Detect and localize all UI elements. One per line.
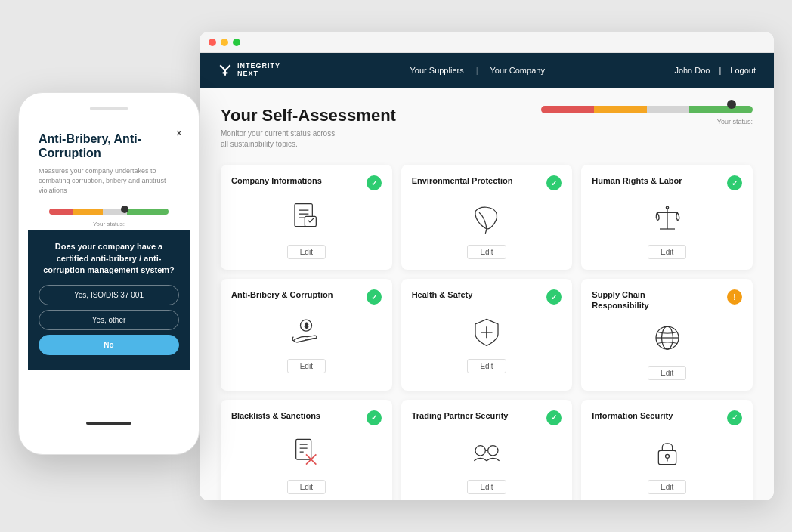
page-header-left: Your Self-Assessment Monitor your curren… [221,106,396,150]
card-header: Environmental Protection ✓ [412,175,562,190]
modal-status-label: Your status: [28,221,190,227]
nav-user: John Doo | Logout [674,66,756,75]
card-environmental: Environmental Protection ✓ Edit [401,165,573,270]
cards-grid: Company Informations ✓ [221,165,753,500]
card-footer: Edit [592,244,742,259]
phone-home-indicator[interactable] [86,422,131,425]
minimize-dot[interactable] [221,39,228,46]
check-icon: ✓ [371,293,377,302]
card-icon-document [231,196,382,238]
modal-title: Anti-Bribery, Anti-Corruption [39,131,179,160]
modal-option-1[interactable]: Yes, ISO/DIS 37 001 [39,285,179,305]
card-title: Health & Safety [412,289,473,300]
check-icon: ✓ [732,413,738,422]
card-trading-partner: Trading Partner Security ✓ [401,400,573,500]
card-header: Trading Partner Security ✓ [412,410,562,425]
check-icon: ✓ [371,179,377,187]
card-icon-trading [412,431,562,473]
svg-rect-21 [658,450,676,464]
phone-speaker [90,107,128,110]
edit-button[interactable]: Edit [287,480,326,494]
modal-status-bar [49,209,169,215]
edit-button[interactable]: Edit [467,245,506,259]
edit-button[interactable]: Edit [287,359,326,373]
phone-modal: × Anti-Bribery, Anti-Corruption Measures… [28,119,190,416]
card-header: Anti-Bribery & Corruption ✓ [231,289,382,305]
card-badge-green: ✓ [546,410,562,425]
edit-button[interactable]: Edit [648,366,686,380]
card-icon-scales [592,196,742,238]
app-content: Your Self-Assessment Monitor your curren… [200,88,774,500]
page-title: Your Self-Assessment [221,106,396,125]
close-dot[interactable] [209,39,216,46]
check-icon: ✓ [732,179,738,187]
card-badge-green: ✓ [727,175,742,190]
card-footer: Edit [231,244,382,259]
nav-links: Your Suppliers | Your Company [410,66,545,75]
browser-titlebar [200,32,774,53]
modal-status-dot [121,206,128,213]
edit-button[interactable]: Edit [648,480,686,494]
app-navbar: INTEGRITY NEXT Your Suppliers | Your Com… [200,53,774,88]
card-title: Environmental Protection [412,175,513,186]
nav-divider1: | [476,66,478,75]
card-icon-hand-coin: $ [231,311,382,352]
browser-window: INTEGRITY NEXT Your Suppliers | Your Com… [200,32,774,500]
svg-point-20 [488,446,498,456]
card-badge-green: ✓ [367,410,382,425]
status-marker [727,100,736,109]
logo-icon [218,63,233,78]
modal-question: Does your company have a certified anti-… [39,241,179,276]
edit-button[interactable]: Edit [467,480,506,494]
card-title: Human Rights & Labor [592,175,682,186]
nav-logo: INTEGRITY NEXT [218,63,280,78]
svg-point-19 [475,446,485,456]
your-suppliers-link[interactable]: Your Suppliers [410,66,464,75]
card-header: Health & Safety ✓ [412,289,562,305]
modal-option-3[interactable]: No [39,335,179,355]
card-footer: Edit [592,365,742,380]
phone-wrapper: × Anti-Bribery, Anti-Corruption Measures… [18,92,200,455]
card-footer: Edit [231,358,382,373]
modal-dark-section: Does your company have a certified anti-… [28,230,190,370]
card-human-rights: Human Rights & Labor ✓ [581,165,753,270]
card-header: Human Rights & Labor ✓ [592,175,742,190]
modal-header: Anti-Bribery, Anti-Corruption Measures y… [28,119,190,203]
card-info-security: Information Security ✓ [581,400,753,500]
your-company-link[interactable]: Your Company [490,66,545,75]
edit-button[interactable]: Edit [467,359,506,373]
card-icon-shield-cross [412,311,562,352]
warning-icon: ! [733,293,735,302]
card-title: Supply Chain Responsibility [592,289,698,311]
card-badge-green: ✓ [727,410,742,425]
card-company-info: Company Informations ✓ [221,165,392,270]
page-subtitle: Monitor your current status across all s… [221,128,342,150]
card-icon-globe [592,317,742,359]
edit-button[interactable]: Edit [287,245,326,259]
card-footer: Edit [412,479,562,494]
check-icon: ✓ [551,413,557,422]
modal-option-2[interactable]: Yes, other [39,310,179,330]
logo-text: INTEGRITY NEXT [237,63,280,78]
check-icon: ✓ [551,179,557,187]
card-title: Company Informations [231,175,322,186]
card-title: Blacklists & Sanctions [231,410,320,421]
check-icon: ✓ [551,293,557,302]
card-title: Trading Partner Security [412,410,509,421]
logout-link[interactable]: Logout [730,66,756,75]
card-anti-bribery: Anti-Bribery & Corruption ✓ $ [221,279,392,391]
nav-divider2: | [719,66,721,75]
card-supply-chain: Supply Chain Responsibility ! [581,279,753,391]
svg-text:$: $ [305,322,309,329]
maximize-dot[interactable] [233,39,240,46]
card-header: Blacklists & Sanctions ✓ [231,410,382,425]
card-blacklists: Blacklists & Sanctions ✓ [221,400,392,500]
card-header: Company Informations ✓ [231,175,382,190]
status-section: Your status: [541,106,753,125]
edit-button[interactable]: Edit [648,245,686,259]
scene: INTEGRITY NEXT Your Suppliers | Your Com… [18,17,774,515]
card-footer: Edit [412,358,562,373]
phone-screen: × Anti-Bribery, Anti-Corruption Measures… [28,119,190,416]
card-health-safety: Health & Safety ✓ Edit [401,279,573,391]
close-button[interactable]: × [176,127,182,139]
